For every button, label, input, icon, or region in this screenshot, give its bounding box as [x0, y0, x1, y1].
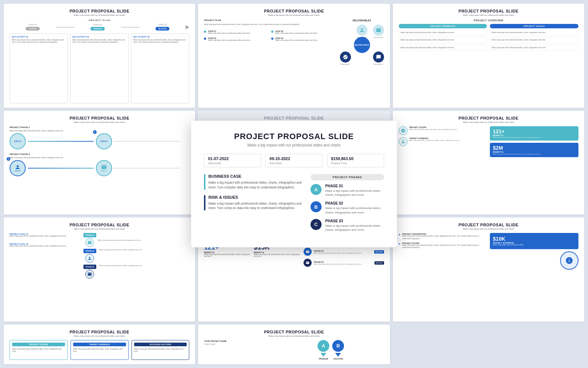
step-4: STEP 04 Make a big impact with our profe…: [271, 37, 336, 42]
modal-slide: PROJECT PROPOSAL SLIDE Make a big impact…: [191, 121, 397, 247]
start-date-box: 01-07-2022 Start Date: [204, 154, 261, 167]
scope-right: 121+ BENEFIT 01 Make a big impact with p…: [490, 126, 578, 210]
s3-layout: PROJECT BENEFITS Make a big impact with …: [399, 24, 578, 103]
timeline-bar: STAGE 01 10 DAYS STAGE 02 20 DAYS STAGE …: [10, 24, 189, 31]
benefit-2: $2M BENEFIT 02 Make a big impact with pr…: [490, 143, 578, 157]
step-3: STEP 03 Make a big impact with our profe…: [204, 37, 269, 42]
slide-3: PROJECT PROPOSAL SLIDE Make a big impact…: [393, 4, 584, 108]
estimate-card: $10K PHASE 1 ESTIMATE Make a big impact …: [490, 233, 578, 249]
modal-left: BUSINESS CASE Make a big impact with pro…: [204, 174, 305, 236]
phase-a: A PHASE 01 Make a big impact with profes…: [311, 184, 384, 197]
benefit-2: Make a big impact with professional slid…: [399, 37, 487, 43]
activities-row: KEY ACTIVITY 01 Make a big impact with o…: [10, 33, 189, 103]
activity-1: KEY ACTIVITY 01 Make a big impact with o…: [10, 33, 68, 103]
s9-right: $10K PHASE 1 ESTIMATE Make a big impact …: [490, 233, 578, 317]
slide-6: PROJECT PROPOSAL SLIDE Make a big impact…: [393, 111, 584, 215]
desc-item-1: ● PROJECT DESCRIPTION Make a big impact …: [399, 233, 487, 240]
slide-1: PROJECT PROPOSAL SLIDE Make a big impact…: [4, 4, 195, 108]
phase-c: C PHASE 03 Make a big impact with profes…: [311, 219, 384, 232]
step-1: STEP 01 Make a big impact with our profe…: [204, 30, 269, 35]
modal-right: PROJECT PHASES A PHASE 01 Make a big imp…: [311, 174, 384, 236]
stage-1: STAGE 01 10 DAYS: [10, 24, 56, 31]
modal-body: BUSINESS CASE Make a big impact with pro…: [204, 174, 384, 236]
slide-1-title: PROJECT PROPOSAL SLIDE: [10, 9, 189, 13]
slide-11: PROJECT PROPOSAL SLIDE Make a big impact…: [198, 325, 390, 364]
slide-9: PROJECT PROPOSAL SLIDE Make a big impact…: [393, 217, 584, 322]
benefit-1: 121+ BENEFIT 01 Make a big impact with p…: [490, 126, 578, 141]
phase-b: B PHASE 02 Make a big impact with profes…: [311, 201, 384, 214]
deliverables-layout: PROJECT PLAN Make a big impact with prof…: [204, 19, 384, 103]
slide-10: PROJECT PROPOSAL SLIDE Make a big impact…: [4, 325, 195, 364]
solution-item: B SOLUTION: [332, 340, 344, 360]
modal-dates: 01-07-2022 Start Date 09-10-2022 End Dat…: [204, 154, 384, 167]
desc-item-2: ● PROJECT SCOPE Make a big impact with p…: [399, 242, 487, 249]
stage-2: STAGE 02 20 DAYS: [75, 24, 121, 31]
activity-2: KEY ACTIVITY 02 Make a big impression wi…: [70, 33, 129, 103]
business-case-block: BUSINESS CASE Make a big impact with pro…: [204, 174, 305, 190]
phase-row-2: PHASE 02 Make a big impact with professi…: [304, 248, 384, 256]
s10-layout: PROJECT SCOPE Make a big impact with pro…: [10, 340, 189, 360]
goal-1: Make a big impact with professional slid…: [490, 30, 578, 36]
slide-7: PROJECT PROPOSAL SLIDE Make a big impact…: [4, 217, 195, 322]
goal-3: Make a big impact with professional slid…: [490, 45, 578, 51]
end-date-box: 09-10-2022 End Date: [265, 154, 322, 167]
benefit-3: Make a big impact with professional slid…: [399, 45, 487, 51]
svg-point-3: [89, 257, 90, 258]
benefits-section: PROJECT BENEFITS Make a big impact with …: [399, 24, 487, 103]
project-plan-label: PROJECT PLAN: [10, 19, 189, 21]
activity-3: KEY ACTIVITY 03 Make a big impact with o…: [131, 33, 189, 103]
s11-layout: YOUR PROJECT NAME Project Name A PROBLEM…: [204, 340, 384, 360]
s6-layout: PROJECT SCOPE Make a big impact with pro…: [399, 126, 578, 210]
project-name: YOUR PROJECT NAME Project Name: [204, 340, 275, 345]
phase-row-3: PHASE 03 Make a big impact with professi…: [304, 259, 384, 267]
s9-layout: ● PROJECT DESCRIPTION Make a big impact …: [399, 233, 578, 317]
s9-left: ● PROJECT DESCRIPTION Make a big impact …: [399, 233, 487, 317]
slide-4: PROJECT PROPOSAL SLIDE Make a big impact…: [4, 111, 195, 215]
del-left: PROJECT PLAN Make a big impact with prof…: [204, 19, 336, 103]
scope-col-3: SUCCESS FACTORS Make a big impact with p…: [132, 340, 190, 360]
goal-1: PROJECT GOAL 01 Make a big impact with o…: [10, 233, 80, 237]
stage-row-1: STAGE 01 Make a big impact with professi…: [83, 233, 190, 247]
slide-1-subtitle: Make a big impact with our professional …: [10, 14, 189, 16]
goal-2: Make a big impact with professional slid…: [490, 37, 578, 43]
step-2: STEP 02 Make a big impact with our profe…: [271, 30, 336, 35]
s7-layout: PROJECT GOAL 01 Make a big impact with o…: [10, 233, 189, 317]
problem-item: A PROBLEM: [318, 340, 329, 360]
slide-2: PROJECT PROPOSAL SLIDE Make a big impact…: [198, 4, 390, 108]
svg-point-0: [361, 28, 363, 30]
svg-point-1: [17, 165, 18, 167]
goal-2: PROJECT GOAL 02 Make a big impact with o…: [10, 243, 80, 247]
risk-block: RISK & ISSUES Make a big impact with pro…: [204, 195, 305, 210]
del-right: DELIVERABLES Deliverable 01 Deliverable …: [340, 19, 384, 103]
scope-col-1: PROJECT SCOPE Make a big impact with pro…: [10, 340, 68, 360]
goals-section: PROJECT GOALS Make a big impact with pro…: [490, 24, 578, 103]
scope-col-2: TARGET AUDIENCE Make a big impact with p…: [71, 340, 129, 360]
svg-point-2: [402, 140, 404, 142]
scope-left: PROJECT SCOPE Make a big impact with pro…: [399, 126, 487, 210]
stage-3: STAGE 03 30 DAYS: [139, 24, 186, 31]
modal-title: PROJECT PROPOSAL SLIDE: [204, 132, 384, 141]
benefit-1: Make a big impact with professional slid…: [399, 30, 487, 36]
cost-box: $159,863.50 Project Cost: [327, 154, 384, 167]
modal-subtitle: Make a big impact with our professional …: [204, 143, 384, 147]
